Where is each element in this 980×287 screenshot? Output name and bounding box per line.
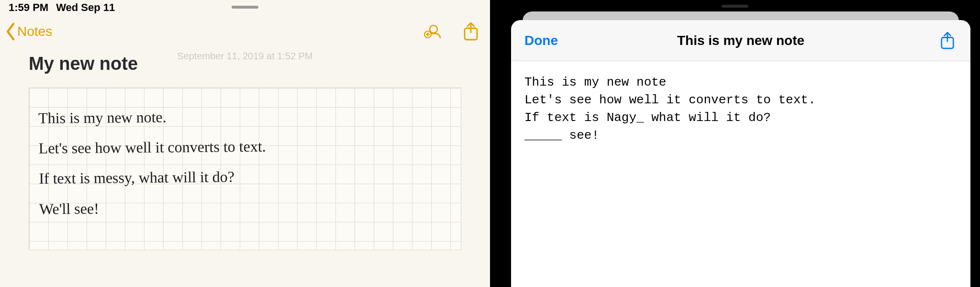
handwriting-line: If text is messy, what will it do? xyxy=(39,161,451,193)
chevron-left-icon xyxy=(5,22,16,41)
handwriting-line: Let's see how well it converts to text. xyxy=(38,131,451,163)
conversion-sheet: Done This is my new note This is my new … xyxy=(511,20,970,287)
share-icon xyxy=(462,22,479,42)
back-button[interactable]: Notes xyxy=(5,22,52,41)
note-timestamp: September 11, 2019 at 1:52 PM xyxy=(0,51,490,62)
share-icon xyxy=(939,31,956,50)
nav-bar: Notes xyxy=(0,15,490,48)
text-conversion-panel: Done This is my new note This is my new … xyxy=(490,0,980,287)
status-time: 1:59 PM xyxy=(9,1,48,14)
home-indicator-icon[interactable] xyxy=(722,5,748,8)
converted-text[interactable]: This is my new note Let's see how well i… xyxy=(511,61,970,157)
status-bar: 1:59 PM Wed Sep 11 xyxy=(0,0,490,15)
handwriting-text: This is my new note. Let's see how well … xyxy=(38,100,452,223)
share-button[interactable] xyxy=(938,31,957,50)
handwriting-line: We'll see! xyxy=(39,191,452,223)
add-people-button[interactable] xyxy=(423,22,442,41)
add-people-icon xyxy=(423,22,442,41)
back-label: Notes xyxy=(17,24,52,39)
sheet-title: This is my new note xyxy=(677,33,804,48)
sheet-nav-bar: Done This is my new note xyxy=(511,20,970,61)
notes-app-panel: 1:59 PM Wed Sep 11 Notes xyxy=(0,0,490,287)
svg-point-0 xyxy=(430,25,437,33)
handwriting-canvas[interactable]: This is my new note. Let's see how well … xyxy=(29,88,461,250)
done-button[interactable]: Done xyxy=(524,33,558,48)
status-date: Wed Sep 11 xyxy=(56,1,115,14)
nav-actions xyxy=(423,22,480,41)
share-button[interactable] xyxy=(461,22,480,41)
home-indicator-icon[interactable] xyxy=(232,6,258,9)
note-content: My new note This is my new note. Let's s… xyxy=(0,54,490,250)
handwriting-line: This is my new note. xyxy=(38,100,451,132)
